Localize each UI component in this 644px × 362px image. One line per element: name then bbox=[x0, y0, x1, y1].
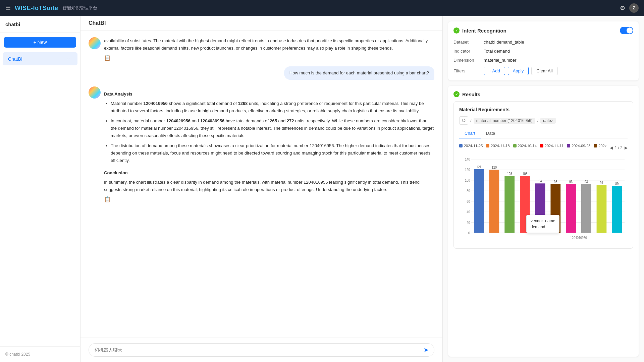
analysis-bullet-1: Material number 1204016956 shows a signi… bbox=[111, 100, 434, 115]
chart-nav: ↺ / material_number (1204016956) / datez bbox=[459, 116, 628, 125]
svg-rect-34 bbox=[612, 186, 622, 233]
dataset-label: Dataset bbox=[453, 40, 484, 45]
svg-text:93: 93 bbox=[554, 180, 557, 184]
intent-row-dimension: Dimension material_number bbox=[453, 58, 633, 63]
legend-item: 2024-11-25 bbox=[459, 144, 483, 148]
chart-container: 0204060801001201401211201081089493939391… bbox=[459, 156, 628, 243]
chat-header-title: ChatBI bbox=[80, 16, 442, 31]
intent-header: Intent Recognition bbox=[453, 27, 633, 34]
chart-legend: 2024-11-252024-11-182024-10-142024-11-11… bbox=[459, 144, 606, 148]
sidebar-footer: © chatbi 2025 bbox=[0, 346, 80, 362]
sidebar: chatbi + New ChatBI ⋯ © chatbi 2025 bbox=[0, 16, 80, 362]
svg-text:140: 140 bbox=[465, 158, 470, 162]
svg-text:108: 108 bbox=[522, 172, 527, 176]
results-status-icon bbox=[453, 91, 460, 97]
next-page-icon[interactable]: ▶ bbox=[625, 145, 628, 150]
chart-tooltip: vendor_name demand bbox=[526, 215, 559, 233]
chat-input-wrapper: ➤ bbox=[89, 343, 434, 357]
indicator-label: Indicator bbox=[453, 49, 484, 54]
app-logo: WISE-IoTSuite bbox=[15, 5, 58, 12]
svg-text:93: 93 bbox=[585, 180, 588, 184]
sidebar-title: chatbi bbox=[0, 16, 80, 33]
ai-avatar bbox=[89, 37, 101, 49]
prev-page-icon[interactable]: ◀ bbox=[610, 145, 613, 150]
svg-rect-32 bbox=[597, 185, 607, 233]
dimension-value: material_number bbox=[484, 58, 517, 63]
svg-text:120: 120 bbox=[465, 168, 470, 172]
chart-title: Material Requirements bbox=[459, 107, 628, 112]
svg-text:80: 80 bbox=[467, 189, 470, 193]
svg-text:94: 94 bbox=[539, 179, 542, 183]
svg-text:1204016956: 1204016956 bbox=[570, 236, 587, 240]
legend-item: 2024-11-11 bbox=[540, 144, 564, 148]
results-header: Results bbox=[453, 91, 633, 97]
user-avatar[interactable]: Z bbox=[629, 3, 639, 13]
dataset-value: chatbi.demand_table bbox=[484, 40, 524, 45]
legend-item: 2024-09-23 bbox=[567, 144, 590, 148]
chat-input-area: ➤ bbox=[80, 338, 442, 362]
main-layout: chatbi + New ChatBI ⋯ © chatbi 2025 Chat… bbox=[0, 16, 644, 362]
ai-message-2: Data Analysis Material number 1204016956… bbox=[89, 86, 434, 202]
analysis-bullet-2: In contrast, material number 1204026956 … bbox=[111, 117, 434, 139]
analysis-bullet-3: The distribution of demand among these m… bbox=[111, 142, 434, 164]
copy-button-1[interactable]: 📋 bbox=[104, 55, 111, 61]
ai-message-text-2: Data Analysis Material number 1204016956… bbox=[104, 90, 434, 193]
conclusion-heading: Conclusion bbox=[104, 169, 434, 177]
indicator-value: Total demand bbox=[484, 49, 510, 54]
pagination-label: 1 / 2 bbox=[615, 145, 623, 150]
ai-message-content-1: availability of substitutes. The materia… bbox=[104, 37, 434, 61]
send-button[interactable]: ➤ bbox=[424, 346, 429, 354]
tooltip-row-demand: demand bbox=[531, 224, 555, 230]
svg-text:100: 100 bbox=[465, 178, 470, 182]
right-panel: Intent Recognition Dataset chatbi.demand… bbox=[443, 16, 644, 362]
chart-legend-row: 2024-11-252024-11-182024-10-142024-11-11… bbox=[459, 144, 628, 152]
intent-toggle[interactable] bbox=[620, 27, 633, 34]
svg-text:0: 0 bbox=[468, 231, 470, 235]
svg-rect-18 bbox=[489, 170, 499, 233]
dimension-label: Dimension bbox=[453, 58, 484, 63]
clear-filter-button[interactable]: Clear All bbox=[531, 67, 557, 75]
svg-text:120: 120 bbox=[492, 166, 497, 170]
ai-message-text-1: availability of substitutes. The materia… bbox=[104, 37, 434, 52]
intent-row-indicator: Indicator Total demand bbox=[453, 49, 633, 54]
sidebar-item-label: ChatBI bbox=[8, 56, 22, 62]
user-message-1: How much is the demand for each material… bbox=[89, 66, 434, 80]
results-section: Results Material Requirements ↺ / materi… bbox=[448, 86, 639, 357]
filters-label: Filters bbox=[453, 68, 484, 73]
new-chat-button[interactable]: + New bbox=[4, 37, 76, 48]
ai-avatar-2 bbox=[89, 86, 101, 99]
svg-text:108: 108 bbox=[507, 172, 512, 176]
chart-card: Material Requirements ↺ / material_numbe… bbox=[453, 101, 633, 249]
svg-text:20: 20 bbox=[467, 221, 470, 225]
chart-tabs: Chart Data bbox=[459, 129, 628, 138]
user-bubble-1: How much is the demand for each material… bbox=[284, 66, 434, 80]
chart-nav-sep-1: / bbox=[470, 118, 472, 123]
legend-item: 2024-11-18 bbox=[486, 144, 509, 148]
copy-button-2[interactable]: 📋 bbox=[104, 196, 111, 202]
app-subtitle: 智能知识管理平台 bbox=[62, 5, 97, 11]
intent-title-row: Intent Recognition bbox=[453, 27, 506, 34]
add-filter-button[interactable]: + Add bbox=[484, 67, 505, 75]
chart-nav-tag-2[interactable]: datez bbox=[540, 118, 555, 124]
more-options-icon[interactable]: ⋯ bbox=[67, 56, 72, 62]
intent-title: Intent Recognition bbox=[462, 28, 506, 34]
sidebar-item-chatbi[interactable]: ChatBI ⋯ bbox=[3, 52, 77, 65]
conclusion-text: In summary, the chart illustrates a clea… bbox=[104, 179, 434, 193]
ai-message-content-2: Data Analysis Material number 1204016956… bbox=[104, 86, 434, 202]
tab-chart[interactable]: Chart bbox=[459, 129, 481, 138]
svg-text:91: 91 bbox=[600, 181, 603, 185]
svg-rect-16 bbox=[474, 169, 484, 233]
chat-input[interactable] bbox=[94, 347, 424, 353]
apply-filter-button[interactable]: Apply bbox=[508, 67, 529, 75]
chart-nav-tag-1[interactable]: material_number (1204016956) bbox=[474, 118, 535, 124]
svg-text:60: 60 bbox=[467, 199, 470, 203]
svg-text:40: 40 bbox=[467, 210, 470, 214]
chart-nav-back-button[interactable]: ↺ bbox=[459, 116, 468, 125]
svg-text:121: 121 bbox=[476, 165, 481, 169]
chat-messages: availability of substitutes. The materia… bbox=[80, 31, 442, 338]
tab-data[interactable]: Data bbox=[481, 129, 500, 138]
svg-rect-28 bbox=[566, 184, 576, 233]
settings-icon[interactable]: ⚙ bbox=[620, 4, 625, 12]
menu-icon[interactable]: ☰ bbox=[5, 4, 11, 12]
svg-rect-20 bbox=[504, 176, 515, 233]
